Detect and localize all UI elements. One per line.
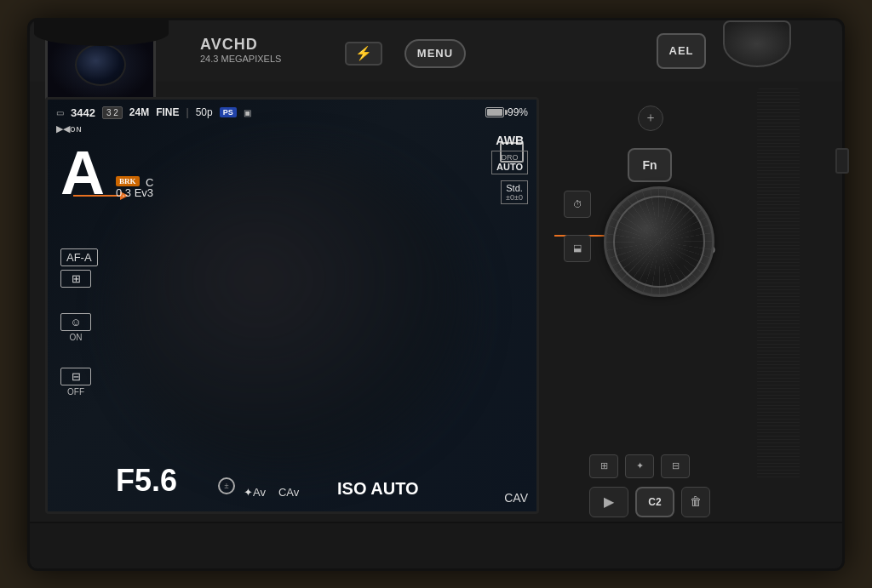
camera-body: AVCHD 24.3 MEGAPIXELS ⚡ MENU AEL ▭ 3442 … <box>27 18 845 571</box>
dro-text: DRO <box>496 153 523 162</box>
white-balance-label: AWB <box>496 134 524 147</box>
video-mode: 50p <box>196 106 213 118</box>
steadyshot-group: ⊟ OFF <box>60 368 91 397</box>
play-button[interactable]: ▶ <box>589 487 628 517</box>
dro-box: DRO AUTO <box>491 151 528 174</box>
flash-button[interactable]: ⚡ <box>345 42 382 66</box>
right-left-icons: ⏱ ⬓ <box>564 191 591 262</box>
top-mode-dial[interactable] <box>723 20 791 67</box>
quality-res: 24M <box>129 106 149 118</box>
av-label-2: CAv <box>278 486 299 499</box>
bracket-button[interactable]: ⊟ <box>661 454 690 478</box>
aperture-display: F5.6 <box>116 463 177 499</box>
av-label-1: ✦Av <box>244 486 266 499</box>
separator: | <box>186 106 189 118</box>
bottom-right-buttons: ⊞ ✦ ⊟ ▶ C2 🗑 <box>589 454 710 517</box>
av-icons: ✦Av CAv <box>244 486 299 499</box>
lcd-subject-blur <box>116 151 473 474</box>
ev-value: 0.3 Ev3 <box>116 186 153 199</box>
fn-button[interactable]: Fn <box>628 148 672 182</box>
record-icon: ▣ <box>244 108 251 117</box>
face-detect-icon: ☺ <box>60 313 91 331</box>
zoom-plus-button[interactable]: + <box>638 106 663 131</box>
delete-button[interactable]: 🗑 <box>681 487 710 517</box>
steadyshot-icon: ⊟ <box>60 368 91 385</box>
c2-button[interactable]: C2 <box>635 487 674 517</box>
battery-icon-lcd: ▭ <box>56 108 64 117</box>
brk-badge: BRK <box>116 176 140 186</box>
ps-badge: PS <box>220 107 237 117</box>
picture-profile-text: Std. <box>506 183 523 193</box>
exposure-button[interactable]: ⊞ <box>589 454 618 478</box>
face-detect-label: ON <box>60 333 91 342</box>
brand-area: AVCHD 24.3 MEGAPIXELS <box>200 36 281 64</box>
steadyshot-label: OFF <box>60 387 91 397</box>
menu-button[interactable]: MENU <box>404 39 466 68</box>
strap-lug <box>835 148 849 174</box>
af-mode-label: AF-A <box>60 248 98 266</box>
battery-icon <box>485 107 504 117</box>
bottom-row-2: ▶ C2 🗑 <box>589 487 710 517</box>
megapixels-label: 24.3 MEGAPIXELS <box>200 54 281 64</box>
bottom-row-1: ⊞ ✦ ⊟ <box>589 454 710 478</box>
drive-indicator: ▶◀ᴏɴ <box>56 123 82 134</box>
viewfinder-lens <box>75 43 126 86</box>
exp-comp-icon: ± <box>218 477 235 494</box>
grip-texture <box>757 88 800 480</box>
picture-profile-box: Std. ±0±0 <box>501 180 528 204</box>
timer-button[interactable]: ⏱ <box>564 191 591 218</box>
face-icon-group: ⊞ <box>60 270 91 288</box>
tracking-icon: ⊞ <box>60 270 91 288</box>
shot-count: 3442 <box>71 106 95 119</box>
camera-top-bar: AVCHD 24.3 MEGAPIXELS ⚡ MENU AEL <box>30 20 842 82</box>
scene-button[interactable]: ✦ <box>625 454 654 478</box>
lcd-left-icons: ⊞ ☺ ON ⊟ OFF <box>60 270 91 397</box>
camera-bottom <box>30 522 842 568</box>
flash-icon: ⚡ <box>355 45 372 61</box>
battery-area: 99% <box>485 106 528 118</box>
wheel-detail <box>606 189 712 294</box>
battery-percent: 99% <box>508 106 528 118</box>
control-wheel[interactable] <box>604 186 714 297</box>
ael-button[interactable]: AEL <box>657 33 706 69</box>
exp-comp-symbol: ± <box>224 481 229 490</box>
quality-badge: 3 2 <box>102 106 123 119</box>
dro-auto-text: AUTO <box>496 162 523 172</box>
plus-icon: + <box>646 111 654 126</box>
pm-value: ±0±0 <box>506 193 523 202</box>
avchd-label: AVCHD <box>200 36 258 54</box>
quality-fine: FINE <box>156 106 179 118</box>
arrow-line-1 <box>73 195 120 197</box>
cav-indicator: CAV <box>504 491 528 505</box>
battery-fill <box>487 109 502 116</box>
iso-display: ISO AUTO <box>337 479 419 499</box>
face-detect-group: ☺ ON <box>60 313 91 342</box>
lcd-status-bar: ▭ 3442 3 2 24M FINE | 50p PS ▣ 99% <box>56 106 528 119</box>
eyecup <box>34 20 169 46</box>
drive-button[interactable]: ⬓ <box>564 235 591 262</box>
lcd-status-bar2: ▶◀ᴏɴ <box>56 123 82 134</box>
lcd-screen: ▭ 3442 3 2 24M FINE | 50p PS ▣ 99% ▶◀ᴏɴ <box>45 97 539 514</box>
